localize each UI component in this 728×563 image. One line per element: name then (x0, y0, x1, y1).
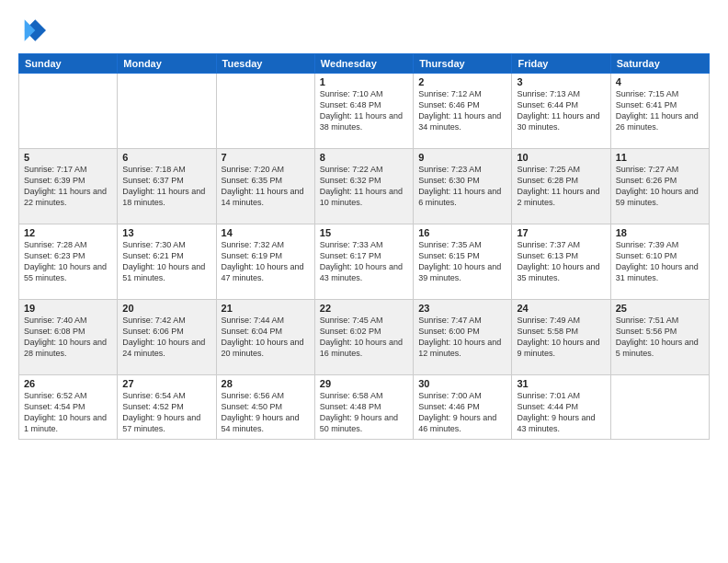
day-header-saturday: Saturday (610, 54, 709, 74)
calendar-cell: 25Sunrise: 7:51 AM Sunset: 5:56 PM Dayli… (610, 300, 709, 375)
day-info: Sunrise: 7:13 AM Sunset: 6:44 PM Dayligh… (517, 88, 605, 133)
day-number: 26 (24, 378, 112, 389)
day-info: Sunrise: 6:52 AM Sunset: 4:54 PM Dayligh… (24, 390, 112, 435)
day-number: 19 (24, 303, 112, 314)
day-header-wednesday: Wednesday (314, 54, 413, 74)
calendar-cell: 29Sunrise: 6:58 AM Sunset: 4:48 PM Dayli… (314, 375, 413, 440)
day-info: Sunrise: 7:17 AM Sunset: 6:39 PM Dayligh… (24, 164, 112, 209)
calendar-cell: 20Sunrise: 7:42 AM Sunset: 6:06 PM Dayli… (118, 300, 216, 375)
day-number: 6 (122, 152, 210, 163)
day-number: 8 (320, 152, 408, 163)
day-info: Sunrise: 6:58 AM Sunset: 4:48 PM Dayligh… (320, 390, 408, 435)
day-header-sunday: Sunday (19, 54, 118, 74)
day-info: Sunrise: 7:40 AM Sunset: 6:08 PM Dayligh… (24, 315, 112, 360)
day-info: Sunrise: 7:33 AM Sunset: 6:17 PM Dayligh… (320, 239, 408, 284)
calendar-cell: 17Sunrise: 7:37 AM Sunset: 6:13 PM Dayli… (512, 224, 610, 300)
day-number: 21 (222, 303, 310, 314)
day-info: Sunrise: 6:54 AM Sunset: 4:52 PM Dayligh… (122, 390, 210, 435)
calendar-cell: 7Sunrise: 7:20 AM Sunset: 6:35 PM Daylig… (216, 149, 314, 224)
calendar-cell: 21Sunrise: 7:44 AM Sunset: 6:04 PM Dayli… (216, 300, 314, 375)
week-row-4: 19Sunrise: 7:40 AM Sunset: 6:08 PM Dayli… (19, 300, 710, 375)
day-number: 11 (616, 152, 704, 163)
day-header-tuesday: Tuesday (216, 54, 314, 74)
day-number: 17 (517, 227, 605, 238)
calendar-cell: 15Sunrise: 7:33 AM Sunset: 6:17 PM Dayli… (314, 224, 413, 300)
day-info: Sunrise: 7:20 AM Sunset: 6:35 PM Dayligh… (222, 164, 310, 209)
day-header-thursday: Thursday (414, 54, 512, 74)
day-number: 29 (320, 378, 408, 389)
calendar-cell: 31Sunrise: 7:01 AM Sunset: 4:44 PM Dayli… (512, 375, 610, 440)
header (18, 17, 710, 44)
logo (18, 17, 50, 44)
day-info: Sunrise: 7:01 AM Sunset: 4:44 PM Dayligh… (517, 390, 605, 435)
calendar-cell (216, 74, 314, 149)
day-info: Sunrise: 7:25 AM Sunset: 6:28 PM Dayligh… (517, 164, 605, 209)
day-number: 10 (517, 152, 605, 163)
day-number: 22 (320, 303, 408, 314)
header-row: SundayMondayTuesdayWednesdayThursdayFrid… (19, 54, 710, 74)
day-info: Sunrise: 6:56 AM Sunset: 4:50 PM Dayligh… (222, 390, 310, 435)
day-number: 18 (616, 227, 704, 238)
calendar-cell: 11Sunrise: 7:27 AM Sunset: 6:26 PM Dayli… (610, 149, 709, 224)
day-info: Sunrise: 7:12 AM Sunset: 6:46 PM Dayligh… (418, 88, 506, 133)
calendar-cell: 2Sunrise: 7:12 AM Sunset: 6:46 PM Daylig… (414, 74, 512, 149)
calendar-cell: 12Sunrise: 7:28 AM Sunset: 6:23 PM Dayli… (19, 224, 118, 300)
day-info: Sunrise: 7:51 AM Sunset: 5:56 PM Dayligh… (616, 315, 704, 360)
day-number: 23 (418, 303, 506, 314)
calendar-cell: 30Sunrise: 7:00 AM Sunset: 4:46 PM Dayli… (414, 375, 512, 440)
calendar-cell (19, 74, 118, 149)
day-info: Sunrise: 7:23 AM Sunset: 6:30 PM Dayligh… (418, 164, 506, 209)
calendar-table: SundayMondayTuesdayWednesdayThursdayFrid… (18, 53, 710, 440)
day-number: 24 (517, 303, 605, 314)
day-info: Sunrise: 7:00 AM Sunset: 4:46 PM Dayligh… (418, 390, 506, 435)
day-number: 7 (222, 152, 310, 163)
day-header-monday: Monday (118, 54, 216, 74)
calendar-cell: 10Sunrise: 7:25 AM Sunset: 6:28 PM Dayli… (512, 149, 610, 224)
week-row-1: 1Sunrise: 7:10 AM Sunset: 6:48 PM Daylig… (19, 74, 710, 149)
day-info: Sunrise: 7:35 AM Sunset: 6:15 PM Dayligh… (418, 239, 506, 284)
calendar-cell: 6Sunrise: 7:18 AM Sunset: 6:37 PM Daylig… (118, 149, 216, 224)
day-info: Sunrise: 7:10 AM Sunset: 6:48 PM Dayligh… (320, 88, 408, 133)
day-number: 12 (24, 227, 112, 238)
day-info: Sunrise: 7:42 AM Sunset: 6:06 PM Dayligh… (122, 315, 210, 360)
day-header-friday: Friday (512, 54, 610, 74)
day-info: Sunrise: 7:30 AM Sunset: 6:21 PM Dayligh… (122, 239, 210, 284)
day-number: 30 (418, 378, 506, 389)
day-info: Sunrise: 7:15 AM Sunset: 6:41 PM Dayligh… (616, 88, 704, 133)
logo-icon (18, 17, 46, 44)
day-number: 1 (320, 76, 408, 87)
calendar-cell: 1Sunrise: 7:10 AM Sunset: 6:48 PM Daylig… (314, 74, 413, 149)
calendar-cell: 16Sunrise: 7:35 AM Sunset: 6:15 PM Dayli… (414, 224, 512, 300)
day-number: 20 (122, 303, 210, 314)
calendar-cell (610, 375, 709, 440)
calendar-cell: 5Sunrise: 7:17 AM Sunset: 6:39 PM Daylig… (19, 149, 118, 224)
day-number: 14 (222, 227, 310, 238)
day-info: Sunrise: 7:32 AM Sunset: 6:19 PM Dayligh… (222, 239, 310, 284)
calendar-cell: 14Sunrise: 7:32 AM Sunset: 6:19 PM Dayli… (216, 224, 314, 300)
week-row-2: 5Sunrise: 7:17 AM Sunset: 6:39 PM Daylig… (19, 149, 710, 224)
day-number: 13 (122, 227, 210, 238)
day-number: 16 (418, 227, 506, 238)
day-number: 3 (517, 76, 605, 87)
calendar-cell: 28Sunrise: 6:56 AM Sunset: 4:50 PM Dayli… (216, 375, 314, 440)
calendar-cell: 4Sunrise: 7:15 AM Sunset: 6:41 PM Daylig… (610, 74, 709, 149)
calendar-cell: 8Sunrise: 7:22 AM Sunset: 6:32 PM Daylig… (314, 149, 413, 224)
calendar-cell: 9Sunrise: 7:23 AM Sunset: 6:30 PM Daylig… (414, 149, 512, 224)
day-number: 5 (24, 152, 112, 163)
calendar-cell: 27Sunrise: 6:54 AM Sunset: 4:52 PM Dayli… (118, 375, 216, 440)
calendar-cell: 26Sunrise: 6:52 AM Sunset: 4:54 PM Dayli… (19, 375, 118, 440)
day-info: Sunrise: 7:22 AM Sunset: 6:32 PM Dayligh… (320, 164, 408, 209)
day-info: Sunrise: 7:27 AM Sunset: 6:26 PM Dayligh… (616, 164, 704, 209)
day-number: 31 (517, 378, 605, 389)
page: SundayMondayTuesdayWednesdayThursdayFrid… (0, 0, 728, 563)
day-number: 27 (122, 378, 210, 389)
calendar-cell: 23Sunrise: 7:47 AM Sunset: 6:00 PM Dayli… (414, 300, 512, 375)
week-row-5: 26Sunrise: 6:52 AM Sunset: 4:54 PM Dayli… (19, 375, 710, 440)
calendar-cell: 18Sunrise: 7:39 AM Sunset: 6:10 PM Dayli… (610, 224, 709, 300)
day-info: Sunrise: 7:37 AM Sunset: 6:13 PM Dayligh… (517, 239, 605, 284)
day-info: Sunrise: 7:18 AM Sunset: 6:37 PM Dayligh… (122, 164, 210, 209)
calendar-cell: 24Sunrise: 7:49 AM Sunset: 5:58 PM Dayli… (512, 300, 610, 375)
calendar-cell (118, 74, 216, 149)
week-row-3: 12Sunrise: 7:28 AM Sunset: 6:23 PM Dayli… (19, 224, 710, 300)
day-info: Sunrise: 7:44 AM Sunset: 6:04 PM Dayligh… (222, 315, 310, 360)
